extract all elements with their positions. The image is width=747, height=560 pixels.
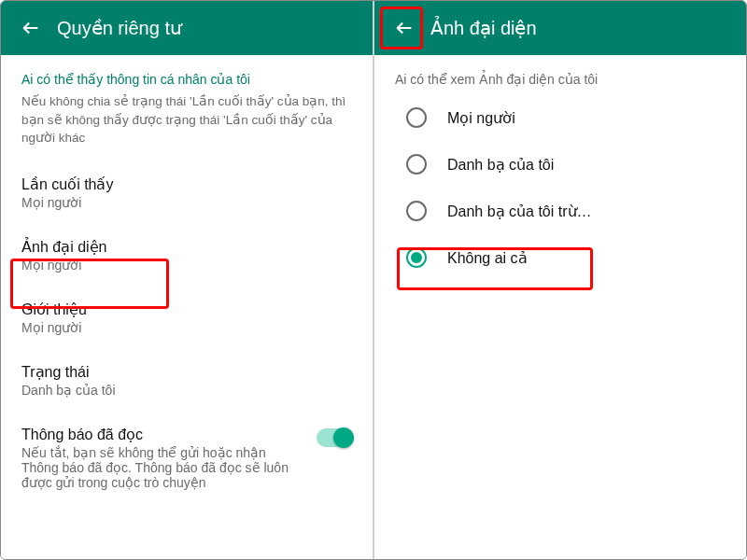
- item-title: Trạng thái: [21, 363, 352, 381]
- right-title: Ảnh đại diện: [430, 17, 537, 39]
- item-title: Lần cuối thấy: [21, 175, 352, 193]
- item-title: Giới thiệu: [21, 301, 352, 318]
- radio-icon: [406, 154, 427, 175]
- left-content: Ai có thể thấy thông tin cá nhân của tôi…: [1, 55, 373, 559]
- right-header: Ảnh đại diện: [374, 1, 746, 55]
- profile-photo-panel: Ảnh đại diện Ai có thể xem Ảnh đại diện …: [374, 1, 746, 559]
- item-subtitle: Mọi người: [21, 320, 352, 335]
- radio-icon: [406, 107, 427, 128]
- privacy-item-last-seen[interactable]: Lần cuối thấy Mọi người: [1, 161, 373, 223]
- read-receipts-toggle[interactable]: [317, 428, 352, 447]
- radio-icon: [406, 201, 427, 221]
- item-title: Thông báo đã đọc: [21, 426, 305, 443]
- radio-option-contacts-except[interactable]: Danh bạ của tôi trừ…: [374, 188, 746, 234]
- radio-label-text: Danh bạ của tôi: [447, 156, 554, 174]
- privacy-settings-panel: Quyền riêng tư Ai có thể thấy thông tin …: [1, 1, 374, 559]
- toggle-knob: [333, 427, 354, 448]
- back-button[interactable]: [386, 9, 423, 47]
- arrow-left-icon: [394, 18, 415, 38]
- back-button[interactable]: [12, 9, 49, 47]
- privacy-item-read-receipts: Thông báo đã đọc Nếu tắt, bạn sẽ không t…: [1, 411, 373, 503]
- right-content: Ai có thể xem Ảnh đại diện của tôi Mọi n…: [374, 55, 746, 559]
- radio-label-text: Danh bạ của tôi trừ…: [447, 203, 592, 220]
- item-title: Ảnh đại diện: [21, 238, 352, 256]
- radio-icon-selected: [406, 247, 427, 268]
- item-subtitle: Nếu tắt, bạn sẽ không thể gửi hoặc nhận …: [21, 445, 305, 490]
- item-subtitle: Danh bạ của tôi: [21, 383, 352, 398]
- privacy-item-about[interactable]: Giới thiệu Mọi người: [1, 286, 373, 348]
- radio-option-everyone[interactable]: Mọi người: [374, 94, 746, 141]
- privacy-item-status[interactable]: Trạng thái Danh bạ của tôi: [1, 348, 373, 411]
- radio-label-text: Không ai cả: [447, 249, 528, 267]
- left-header: Quyền riêng tư: [1, 1, 373, 55]
- radio-option-contacts[interactable]: Danh bạ của tôi: [374, 141, 746, 188]
- section-note: Nếu không chia sẻ trạng thái 'Lần cuối t…: [1, 92, 373, 161]
- radio-option-nobody[interactable]: Không ai cả: [374, 234, 746, 281]
- item-subtitle: Mọi người: [21, 195, 352, 210]
- left-title: Quyền riêng tư: [57, 17, 182, 39]
- item-subtitle: Mọi người: [21, 258, 352, 273]
- privacy-item-profile-photo[interactable]: Ảnh đại diện Mọi người: [1, 223, 373, 286]
- section-heading: Ai có thể thấy thông tin cá nhân của tôi: [1, 55, 373, 92]
- arrow-left-icon: [21, 18, 41, 38]
- radio-label-text: Mọi người: [447, 109, 515, 127]
- radio-group-label: Ai có thể xem Ảnh đại diện của tôi: [374, 55, 746, 94]
